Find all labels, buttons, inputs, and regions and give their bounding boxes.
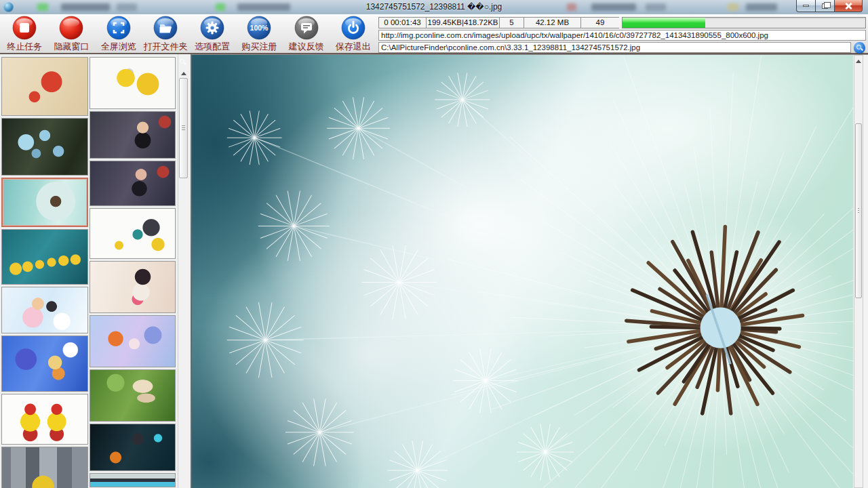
thumbnail-anime-girl-orange-hair[interactable] [90,315,176,367]
open-folder-button[interactable]: 打开文件夹 [143,16,188,53]
main-scroll-thumb[interactable] [855,123,862,298]
save-exit-power-icon [341,16,366,40]
status-elapsed-time: 0 00:01:43 [378,17,426,28]
app-window: 1342745751572_12398811 ��○.jpg 终止任务 [0,0,868,488]
close-button[interactable] [834,0,863,12]
content-area [0,54,868,488]
progress-bar [622,17,866,28]
main-image-dandelion [192,55,853,488]
stop-task-icon [12,16,37,40]
fullscreen-button[interactable]: 全屏浏览 [96,16,141,53]
feedback-bubble-icon [294,16,319,40]
tool-label: 选项配置 [195,41,230,53]
thumbnail-dandelion-teal-selected[interactable] [1,178,88,227]
thumbnail-game-girl-purple-1[interactable] [90,111,176,159]
thumbnail-game-girl-purple-2[interactable] [90,161,176,206]
status-downloaded-total: 42.12 MB [524,17,580,28]
search-magnifier-icon [854,42,865,54]
thumbnail-sea-island[interactable] [90,473,176,487]
arrow-up-icon [856,60,861,63]
thumbnail-minions-group-teal[interactable] [1,229,88,285]
maximize-button[interactable] [816,0,834,12]
hide-window-icon [59,16,83,40]
thumbnail-column-2 [90,57,176,488]
toolbar: 终止任务 隐藏窗口 全屏浏览 [0,14,378,53]
register-button[interactable]: 100% 购买注册 [237,16,281,53]
fullscreen-icon [106,16,131,40]
close-icon [844,3,852,9]
thumbnail-despicable-me-family[interactable] [90,208,176,259]
status-task-count: 5 [499,17,524,28]
source-url-input[interactable] [378,30,866,41]
hide-window-button[interactable]: 隐藏窗口 [49,16,94,53]
tool-label: 建议反馈 [289,41,324,53]
feedback-button[interactable]: 建议反馈 [284,16,329,53]
options-button[interactable]: 选项配置 [190,16,235,53]
window-title: 1342745751572_12398811 ��○.jpg [0,2,868,12]
title-bar: 1342745751572_12398811 ��○.jpg [0,0,868,14]
main-image-wrap [192,55,853,488]
source-url-row [378,30,866,41]
main-image-view [191,54,868,488]
thumbnail-minion-lockers[interactable] [1,447,88,488]
status-transfer-size: 199.45KB|418.72KB [426,17,499,28]
tool-label: 隐藏窗口 [54,41,89,53]
tool-label: 购买注册 [241,41,277,53]
sidebar-scrollbar[interactable] [178,54,189,488]
save-exit-button[interactable]: 保存退出 [331,16,376,53]
register-percent-icon: 100% [247,16,271,40]
main-scroll-up-button[interactable] [854,57,863,65]
options-gear-icon [200,16,224,40]
status-address-panel: 0 00:01:43 199.45KB|418.72KB 5 42.12 MB … [378,14,868,53]
save-path-row [378,42,866,53]
main-scrollbar[interactable] [854,55,863,488]
toolbar-strip: 终止任务 隐藏窗口 全屏浏览 [0,14,868,54]
thumbnail-sidebar [0,54,191,488]
thumbnail-mushrooms-green[interactable] [90,369,176,422]
stop-task-button[interactable]: 终止任务 [2,16,47,53]
status-bar: 0 00:01:43 199.45KB|418.72KB 5 42.12 MB … [378,17,866,28]
save-path-input[interactable] [378,42,851,53]
thumbnail-anime-girls-pink[interactable] [1,287,88,333]
search-button[interactable] [852,42,866,54]
minimize-icon [803,5,809,7]
thumbnail-blue-flowers-macro[interactable] [1,118,88,176]
minimize-button[interactable] [796,0,816,12]
thumbnail-anime-girls-blue-sky[interactable] [1,336,88,392]
thumbnail-red-fox-cartoon[interactable] [1,57,88,116]
tool-label: 保存退出 [336,41,371,53]
thumbnail-dark-anime-warrior[interactable] [90,424,176,471]
thumbnail-column-1 [1,57,88,488]
thumbnail-girl-portrait[interactable] [90,261,176,313]
thumbnail-minion-bananas[interactable] [90,57,176,109]
register-badge: 100% [250,24,269,32]
thumbnail-minions-christmas[interactable] [1,394,88,445]
progress-fill [623,18,705,28]
arrow-up-icon [181,72,186,75]
tool-label: 全屏浏览 [101,41,136,53]
tool-label: 终止任务 [7,41,42,53]
sidebar-scroll-up-button[interactable] [178,69,189,77]
restore-icon [822,3,828,9]
tool-label: 打开文件夹 [143,41,187,53]
open-folder-icon [153,16,178,40]
sidebar-scroll-thumb[interactable] [179,78,188,178]
status-file-count: 49 [580,17,619,28]
window-controls [796,0,863,12]
